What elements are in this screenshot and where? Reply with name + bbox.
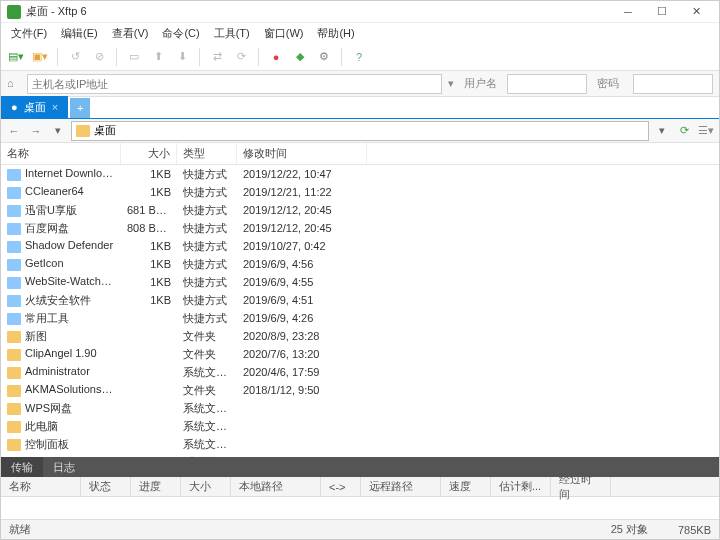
- password-label: 密码: [593, 76, 627, 91]
- file-icon: [7, 277, 21, 289]
- transfer-header: 名称 状态 进度 大小 本地路径 <-> 远程路径 速度 估计剩... 经过时间: [1, 477, 719, 497]
- close-button[interactable]: ✕: [679, 2, 713, 22]
- maximize-button[interactable]: ☐: [645, 2, 679, 22]
- file-name: WebSite-Watcher 1...: [25, 275, 121, 287]
- menu-window[interactable]: 窗口(W): [258, 24, 310, 43]
- file-name: ClipAngel 1.90: [25, 347, 97, 359]
- help-icon[interactable]: ?: [350, 48, 368, 66]
- file-row[interactable]: AKMASolutions Byt...文件夹2018/1/12, 9:50: [1, 381, 719, 399]
- file-type: 快捷方式: [177, 257, 237, 272]
- th-status[interactable]: 状态: [81, 477, 131, 496]
- file-date: 2019/6/9, 4:51: [237, 294, 367, 306]
- path-input[interactable]: 桌面: [71, 121, 649, 141]
- separator: [341, 48, 342, 66]
- forward-button[interactable]: →: [27, 122, 45, 140]
- new-folder-icon[interactable]: ▭: [125, 48, 143, 66]
- file-row[interactable]: 迅雷U享版681 Bytes快捷方式2019/12/12, 20:45: [1, 201, 719, 219]
- file-type: 系统文件夹: [177, 401, 237, 416]
- up-button[interactable]: ▾: [49, 122, 67, 140]
- file-row[interactable]: Internet Download ...1KB快捷方式2019/12/22, …: [1, 165, 719, 183]
- host-input[interactable]: [27, 74, 442, 94]
- home-icon[interactable]: ⌂: [7, 77, 21, 91]
- menu-edit[interactable]: 编辑(E): [55, 24, 104, 43]
- file-date: 2018/1/12, 9:50: [237, 384, 367, 396]
- download-icon[interactable]: ⬇: [173, 48, 191, 66]
- file-icon: [7, 241, 21, 253]
- back-button[interactable]: ←: [5, 122, 23, 140]
- file-type: 系统文件夹: [177, 455, 237, 458]
- upload-icon[interactable]: ⬆: [149, 48, 167, 66]
- menu-tools[interactable]: 工具(T): [208, 24, 256, 43]
- tab-transfer[interactable]: 传输: [1, 457, 43, 477]
- sync-icon[interactable]: ⇄: [208, 48, 226, 66]
- password-input[interactable]: [633, 74, 713, 94]
- file-size: 1KB: [121, 186, 177, 198]
- file-row[interactable]: GetIcon1KB快捷方式2019/6/9, 4:56: [1, 255, 719, 273]
- folder-icon: [7, 349, 21, 361]
- menu-file[interactable]: 文件(F): [5, 24, 53, 43]
- window-title: 桌面 - Xftp 6: [26, 4, 611, 19]
- column-type[interactable]: 类型: [177, 143, 237, 164]
- file-name: 百度网盘: [25, 222, 69, 234]
- refresh-icon[interactable]: ⟳: [232, 48, 250, 66]
- th-progress[interactable]: 进度: [131, 477, 181, 496]
- th-eta[interactable]: 估计剩...: [491, 477, 551, 496]
- minimize-button[interactable]: ─: [611, 2, 645, 22]
- file-type: 系统文件夹: [177, 437, 237, 452]
- file-name: 此电脑: [25, 420, 58, 432]
- reconnect-icon[interactable]: ↺: [66, 48, 84, 66]
- menu-view[interactable]: 查看(V): [106, 24, 155, 43]
- file-row[interactable]: ClipAngel 1.90文件夹2020/7/6, 13:20: [1, 345, 719, 363]
- red-icon[interactable]: ●: [267, 48, 285, 66]
- tab-close-icon[interactable]: ×: [52, 101, 58, 113]
- folder-icon: [76, 125, 90, 137]
- column-date[interactable]: 修改时间: [237, 143, 367, 164]
- th-name[interactable]: 名称: [1, 477, 81, 496]
- th-speed[interactable]: 速度: [441, 477, 491, 496]
- th-size[interactable]: 大小: [181, 477, 231, 496]
- file-row[interactable]: WebSite-Watcher 1...1KB快捷方式2019/6/9, 4:5…: [1, 273, 719, 291]
- file-size: 681 Bytes: [121, 204, 177, 216]
- file-row[interactable]: 新图文件夹2020/8/9, 23:28: [1, 327, 719, 345]
- th-local[interactable]: 本地路径: [231, 477, 321, 496]
- tab-add-button[interactable]: +: [70, 98, 90, 118]
- file-type: 快捷方式: [177, 203, 237, 218]
- file-row[interactable]: 控制面板系统文件夹: [1, 435, 719, 453]
- gear-icon[interactable]: ⚙: [315, 48, 333, 66]
- session-tabs: ● 桌面 × +: [1, 97, 719, 119]
- th-arrow[interactable]: <->: [321, 477, 361, 496]
- new-session-icon[interactable]: ▤▾: [7, 48, 25, 66]
- menu-help[interactable]: 帮助(H): [311, 24, 360, 43]
- disconnect-icon[interactable]: ⊘: [90, 48, 108, 66]
- list-view-icon[interactable]: ☰▾: [697, 122, 715, 140]
- file-icon: [7, 169, 21, 181]
- file-type: 快捷方式: [177, 221, 237, 236]
- dropdown-icon[interactable]: ▾: [653, 122, 671, 140]
- file-row[interactable]: CCleaner641KB快捷方式2019/12/21, 11:22: [1, 183, 719, 201]
- file-type: 快捷方式: [177, 239, 237, 254]
- file-row[interactable]: 常用工具快捷方式2019/6/9, 4:26: [1, 309, 719, 327]
- username-label: 用户名: [460, 76, 501, 91]
- refresh-path-icon[interactable]: ⟳: [675, 122, 693, 140]
- file-icon: [7, 313, 21, 325]
- file-row[interactable]: 火绒安全软件1KB快捷方式2019/6/9, 4:51: [1, 291, 719, 309]
- file-row[interactable]: Shadow Defender1KB快捷方式2019/10/27, 0:42: [1, 237, 719, 255]
- username-input[interactable]: [507, 74, 587, 94]
- th-elapsed[interactable]: 经过时间: [551, 477, 611, 496]
- file-row[interactable]: WPS网盘系统文件夹: [1, 399, 719, 417]
- tab-desktop[interactable]: ● 桌面 ×: [1, 96, 68, 118]
- file-date: 2019/12/12, 20:45: [237, 222, 367, 234]
- menu-command[interactable]: 命令(C): [156, 24, 205, 43]
- file-row[interactable]: Administrator系统文件夹2020/4/6, 17:59: [1, 363, 719, 381]
- tab-log[interactable]: 日志: [43, 457, 85, 477]
- th-remote[interactable]: 远程路径: [361, 477, 441, 496]
- file-name: Internet Download ...: [25, 167, 121, 179]
- column-size[interactable]: 大小: [121, 143, 177, 164]
- column-name[interactable]: 名称: [1, 143, 121, 164]
- file-type: 快捷方式: [177, 167, 237, 182]
- separator: [199, 48, 200, 66]
- file-row[interactable]: 此电脑系统文件夹: [1, 417, 719, 435]
- file-row[interactable]: 百度网盘808 Bytes快捷方式2019/12/12, 20:45: [1, 219, 719, 237]
- open-icon[interactable]: ▣▾: [31, 48, 49, 66]
- green-icon[interactable]: ◆: [291, 48, 309, 66]
